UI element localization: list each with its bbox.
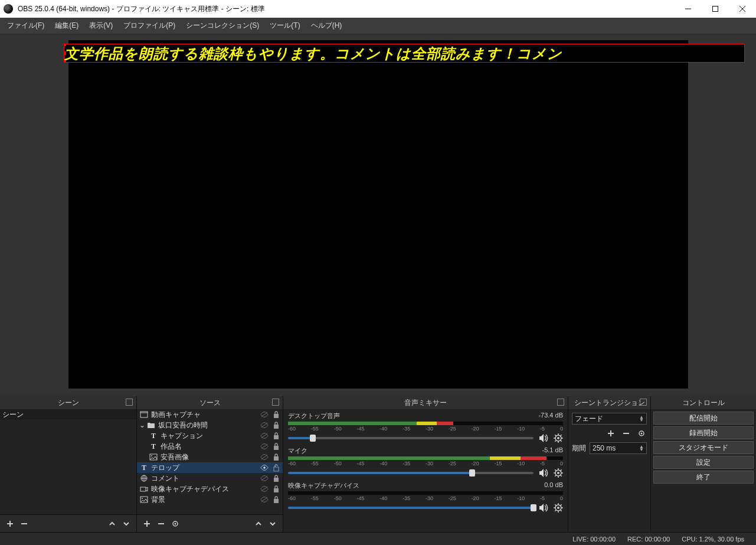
visibility-toggle[interactable] — [260, 453, 269, 461]
svg-line-69 — [561, 504, 562, 505]
lock-toggle[interactable] — [272, 464, 280, 472]
visibility-toggle[interactable] — [260, 474, 269, 482]
speaker-icon[interactable] — [538, 503, 549, 513]
popout-icon[interactable] — [272, 399, 279, 406]
lock-toggle[interactable] — [272, 410, 280, 419]
source-row[interactable]: ⌄坂口安吾の時間 — [137, 420, 283, 430]
window-icon — [139, 411, 149, 418]
gear-icon[interactable] — [554, 433, 563, 443]
sources-toolbar — [137, 514, 283, 532]
visibility-toggle[interactable] — [260, 464, 269, 472]
scene-row[interactable]: シーン — [0, 409, 136, 420]
visibility-toggle[interactable] — [260, 432, 269, 440]
duration-input[interactable]: 250 ms ▲▼ — [590, 442, 647, 454]
menu-profile[interactable]: プロファイル(P) — [119, 19, 180, 32]
volume-slider[interactable] — [288, 507, 534, 509]
svg-line-67 — [561, 510, 562, 511]
source-row[interactable]: 動画キャプチャ — [137, 409, 283, 420]
menu-view[interactable]: 表示(V) — [84, 19, 117, 32]
source-down-button[interactable] — [267, 518, 278, 529]
menu-help[interactable]: ヘルプ(H) — [306, 19, 347, 32]
source-row[interactable]: Tキャプション — [137, 430, 283, 441]
source-label: テロップ — [151, 463, 179, 473]
add-source-button[interactable] — [142, 518, 152, 529]
image-icon — [139, 496, 149, 503]
lock-toggle[interactable] — [272, 495, 280, 504]
preview-canvas[interactable]: 文学作品を朗読する雑談枠もやります。コメントは全部読みます！コメン — [68, 40, 688, 389]
source-up-button[interactable] — [253, 518, 264, 529]
svg-line-57 — [561, 475, 562, 477]
exit-button[interactable]: 終了 — [653, 471, 754, 484]
start-streaming-button[interactable]: 配信開始 — [653, 412, 754, 425]
svg-point-18 — [151, 455, 152, 456]
remove-transition-button[interactable] — [621, 428, 631, 439]
studio-mode-button[interactable]: スタジオモード — [653, 441, 754, 454]
lock-toggle[interactable] — [272, 442, 280, 451]
transition-settings-button[interactable] — [636, 428, 647, 439]
start-recording-button[interactable]: 録画開始 — [653, 426, 754, 439]
mixer-channel: デスクトップ音声-73.4 dB-60-55-50-45-40-35-30-25… — [283, 409, 568, 444]
scenes-panel-header: シーン — [0, 396, 136, 409]
speaker-icon[interactable] — [538, 433, 549, 443]
svg-line-68 — [555, 510, 556, 511]
scenes-toolbar — [0, 514, 136, 532]
source-properties-button[interactable] — [170, 518, 181, 529]
add-transition-button[interactable] — [606, 428, 616, 439]
maximize-button[interactable] — [702, 0, 729, 18]
visibility-toggle[interactable] — [260, 442, 269, 451]
transition-mode: フェード — [575, 414, 603, 424]
ticker-source[interactable]: 文学作品を朗読する雑談枠もやります。コメントは全部読みます！コメン — [64, 44, 745, 63]
visibility-toggle[interactable] — [260, 421, 269, 429]
window-titlebar: OBS 25.0.4 (64-bit, windows) - プロファイル: ツ… — [0, 0, 756, 18]
svg-point-32 — [142, 498, 143, 499]
remove-scene-button[interactable] — [19, 518, 30, 529]
popout-icon[interactable] — [640, 399, 647, 406]
minimize-button[interactable] — [675, 0, 702, 18]
remove-source-button[interactable] — [156, 518, 166, 529]
gear-icon[interactable] — [554, 503, 563, 513]
source-row[interactable]: 背景 — [137, 494, 283, 505]
menu-edit[interactable]: 編集(E) — [50, 19, 83, 32]
scene-up-button[interactable] — [107, 518, 117, 529]
channel-name: マイク — [288, 446, 307, 455]
window-title: OBS 25.0.4 (64-bit, windows) - プロファイル: ツ… — [18, 4, 675, 14]
popout-icon[interactable] — [126, 399, 133, 406]
lock-toggle[interactable] — [272, 453, 280, 461]
speaker-icon[interactable] — [538, 468, 549, 478]
volume-slider[interactable] — [288, 472, 534, 474]
mixer-channel: 映像キャプチャデバイス0.0 dB-60-55-50-45-40-35-30-2… — [283, 479, 568, 514]
obs-logo-icon — [4, 4, 13, 14]
visibility-toggle[interactable] — [260, 485, 269, 493]
visibility-toggle[interactable] — [260, 495, 269, 504]
source-row[interactable]: コメント — [137, 473, 283, 484]
lock-toggle[interactable] — [272, 474, 280, 482]
source-row[interactable]: T作品名 — [137, 441, 283, 452]
gear-icon[interactable] — [554, 468, 563, 478]
preview-area[interactable]: 文学作品を朗読する雑談枠もやります。コメントは全部読みます！コメン — [0, 34, 756, 396]
source-row[interactable]: 安吾画像 — [137, 452, 283, 462]
text-icon: T — [149, 442, 158, 451]
menu-file[interactable]: ファイル(F) — [2, 19, 49, 32]
lock-toggle[interactable] — [272, 432, 280, 440]
transition-select[interactable]: フェード ▲▼ — [572, 413, 647, 425]
menu-tools[interactable]: ツール(T) — [265, 19, 305, 32]
svg-line-58 — [555, 475, 556, 477]
bottom-dock: シーン シーン ソース 動画キャプチャ⌄坂口安吾の時間TキャプションT作品名安吾… — [0, 396, 756, 532]
text-icon: T — [139, 464, 149, 472]
settings-button[interactable]: 設定 — [653, 456, 754, 469]
lock-toggle[interactable] — [272, 485, 280, 493]
volume-slider[interactable] — [288, 437, 534, 439]
source-row[interactable]: 映像キャプチャデバイス — [137, 484, 283, 494]
visibility-toggle[interactable] — [260, 410, 269, 419]
source-row[interactable]: Tテロップ — [137, 462, 283, 473]
close-button[interactable] — [729, 0, 756, 18]
channel-name: 映像キャプチャデバイス — [288, 481, 359, 490]
lock-toggle[interactable] — [272, 421, 280, 429]
chevron-down-icon[interactable]: ⌄ — [139, 421, 145, 429]
sources-panel-header: ソース — [137, 396, 283, 409]
image-icon — [149, 453, 158, 461]
menu-scenecollection[interactable]: シーンコレクション(S) — [181, 19, 264, 32]
add-scene-button[interactable] — [5, 518, 15, 529]
popout-icon[interactable] — [557, 399, 564, 406]
scene-down-button[interactable] — [121, 518, 132, 529]
